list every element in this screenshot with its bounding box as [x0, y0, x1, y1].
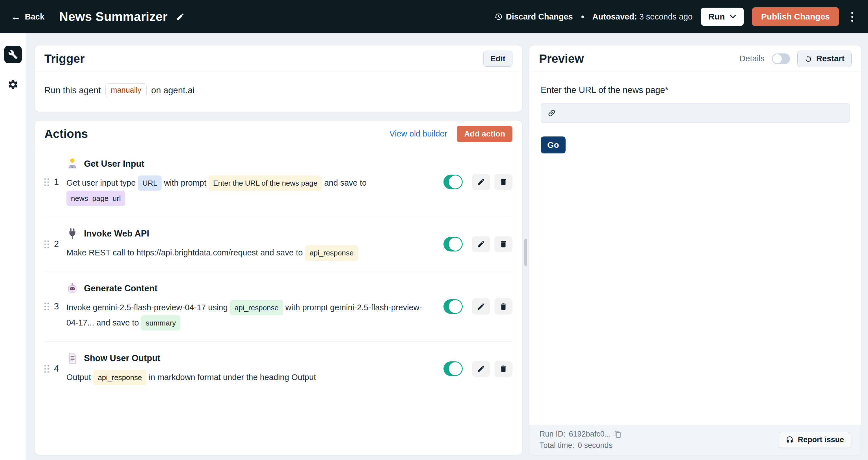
value-chip: summary [141, 315, 180, 331]
delete-action-button[interactable] [494, 174, 513, 190]
action-title: Generate Content [84, 284, 157, 294]
report-issue-button[interactable]: Report issue [779, 432, 851, 448]
action-description: Make REST call to https://api.brightdata… [66, 245, 425, 261]
top-bar: ← Back News Summarizer Discard Changes A… [0, 0, 868, 33]
page-emoji [66, 352, 78, 364]
total-time-value: 0 seconds [578, 441, 613, 450]
trigger-header: Trigger Edit [35, 45, 522, 72]
value-chip: api_response [305, 245, 358, 261]
restart-button[interactable]: Restart [797, 51, 851, 67]
action-description: Output api_response in markdown format u… [66, 370, 425, 385]
total-time-label: Total time: [539, 441, 574, 450]
trigger-sentence-prefix: Run this agent [44, 85, 101, 96]
action-description: Invoke gemini-2.5-flash-preview-04-17 us… [66, 300, 425, 331]
actions-title: Actions [44, 127, 88, 141]
drag-handle[interactable] [44, 365, 49, 373]
trigger-title: Trigger [44, 52, 85, 66]
url-input[interactable] [561, 108, 843, 118]
drag-handle[interactable] [44, 178, 49, 186]
autosaved-status: Autosaved: 3 seconds ago [592, 12, 693, 22]
action-row: 1 Get User Input Get user input type URL… [44, 147, 513, 217]
edit-action-button[interactable] [472, 174, 490, 190]
autosaved-value: 3 seconds ago [639, 12, 693, 21]
action-number: 2 [54, 239, 59, 249]
details-toggle[interactable] [772, 54, 790, 64]
trigger-mode-chip[interactable]: manually [105, 84, 147, 97]
action-row: 3 Generate Content Invoke gemini-2.5-fla… [44, 272, 513, 341]
edit-action-button[interactable] [472, 361, 490, 377]
discard-label: Discard Changes [506, 12, 573, 22]
actions-header: Actions View old builder Add action [35, 121, 522, 147]
action-title: Get User Input [84, 159, 145, 169]
pencil-icon [477, 302, 485, 311]
action-number: 4 [54, 364, 59, 374]
delete-action-button[interactable] [494, 236, 513, 252]
page-title: News Summarizer [59, 10, 167, 24]
trigger-edit-button[interactable]: Edit [483, 51, 513, 67]
back-arrow-icon: ← [11, 11, 21, 22]
tool-rail [0, 33, 26, 460]
value-chip: api_response [230, 300, 283, 315]
autosaved-label: Autosaved: [592, 12, 637, 21]
value-chip: Enter the URL of the news page [209, 175, 322, 191]
publish-changes-button[interactable]: Publish Changes [752, 7, 839, 26]
preview-footer: Run ID: 6192bafc0... Total time: 0 secon… [529, 425, 861, 455]
add-action-button[interactable]: Add action [457, 126, 513, 142]
rename-agent-icon[interactable] [176, 12, 185, 21]
value-chip: news_page_url [66, 191, 125, 206]
topbar-actions: Discard Changes Autosaved: 3 seconds ago… [494, 7, 857, 26]
actions-card: Actions View old builder Add action 1 Ge… [34, 120, 522, 455]
sidebar-item-build[interactable] [4, 46, 22, 63]
pencil-icon [477, 240, 485, 249]
drag-handle[interactable] [44, 303, 49, 310]
description-text: Make REST call to https://api.brightdata… [66, 248, 305, 257]
description-text: Output [66, 373, 93, 382]
action-row: 2 Invoke Web API Make REST call to https… [44, 217, 513, 271]
action-enabled-toggle[interactable] [443, 361, 463, 376]
history-icon [494, 12, 502, 21]
back-label: Back [25, 12, 44, 22]
action-enabled-toggle[interactable] [443, 299, 463, 314]
run-id-value: 6192bafc0... [569, 430, 611, 438]
preview-header: Preview Details Restart [529, 45, 861, 72]
run-button[interactable]: Run [701, 8, 743, 26]
content-area: Trigger Edit Run this agent manually on … [26, 33, 868, 460]
sidebar-item-settings[interactable] [4, 76, 22, 93]
trash-icon [499, 302, 508, 311]
description-text: in markdown format under the heading Out… [147, 373, 316, 382]
description-text: with prompt [162, 178, 209, 187]
edit-action-button[interactable] [472, 298, 490, 315]
action-enabled-toggle[interactable] [443, 237, 463, 252]
trigger-body: Run this agent manually on agent.ai [35, 72, 522, 108]
copy-icon[interactable] [614, 431, 622, 438]
action-number: 3 [54, 301, 59, 311]
preview-body: Enter the URL of the news page* Go [529, 72, 861, 166]
drag-handle[interactable] [44, 240, 49, 248]
plug-emoji [66, 228, 78, 240]
link-icon [545, 106, 558, 119]
trash-icon [499, 240, 508, 249]
gear-icon [7, 79, 19, 90]
url-input-container [541, 103, 850, 123]
action-enabled-toggle[interactable] [443, 175, 463, 189]
more-options-button[interactable] [847, 10, 857, 24]
wrench-icon [8, 50, 18, 59]
value-chip: URL [138, 175, 162, 191]
action-title: Show User Output [84, 353, 160, 363]
scrollbar-thumb[interactable] [524, 239, 527, 266]
action-number: 1 [54, 177, 59, 187]
edit-action-button[interactable] [472, 236, 490, 252]
description-text: and save to [322, 178, 367, 187]
restart-icon [804, 55, 812, 63]
headset-icon [786, 436, 794, 444]
chevron-down-icon [730, 14, 736, 19]
delete-action-button[interactable] [494, 361, 513, 377]
back-button[interactable]: ← Back [11, 11, 44, 22]
discard-changes-button[interactable]: Discard Changes [494, 12, 573, 22]
action-description: Get user input type URL with prompt Ente… [66, 175, 425, 206]
details-label: Details [739, 54, 765, 63]
preview-title: Preview [539, 52, 584, 66]
view-old-builder-link[interactable]: View old builder [390, 129, 447, 138]
go-button[interactable]: Go [541, 136, 565, 154]
delete-action-button[interactable] [494, 298, 513, 315]
